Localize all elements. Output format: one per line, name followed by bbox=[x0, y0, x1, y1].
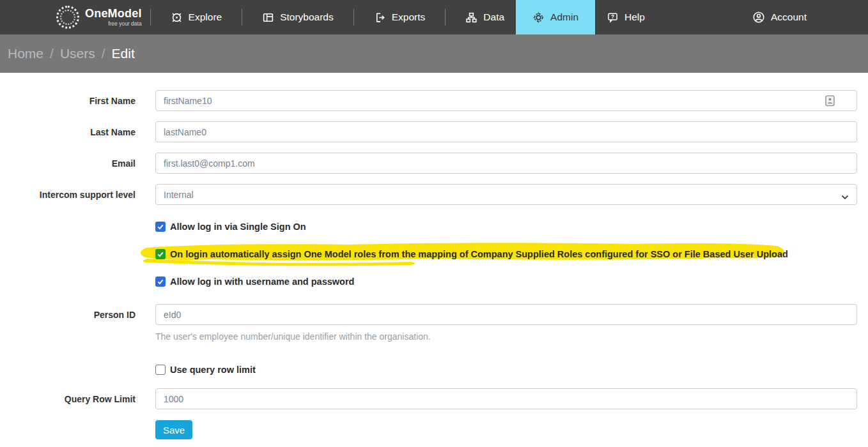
autofill-badge-icon[interactable] bbox=[825, 95, 835, 107]
use-query-row-limit-checkbox[interactable] bbox=[155, 365, 166, 375]
nav-item-label: Admin bbox=[550, 11, 578, 23]
nav-item-label: Exports bbox=[392, 11, 426, 23]
svg-text:?: ? bbox=[611, 13, 614, 19]
nav-item-label: Account bbox=[771, 11, 807, 23]
email-label: Email bbox=[0, 158, 136, 169]
nav-item-label: Help bbox=[624, 11, 645, 23]
nav-item-storyboards[interactable]: Storyboards bbox=[251, 0, 345, 34]
logo-title: OneModel bbox=[85, 8, 142, 19]
nav-separator bbox=[445, 9, 446, 26]
first-name-row: First Name bbox=[0, 90, 868, 111]
onemodel-logo[interactable]: OneModel free your data bbox=[56, 0, 142, 34]
breadcrumb: Home / Users / Edit bbox=[0, 34, 868, 73]
breadcrumb-separator: / bbox=[102, 46, 105, 61]
query-row-limit-field[interactable] bbox=[155, 388, 857, 409]
last-name-field[interactable] bbox=[155, 121, 857, 142]
first-name-field[interactable] bbox=[155, 90, 857, 111]
gear-icon bbox=[532, 11, 545, 24]
top-navbar: OneModel free your data Explore Storyboa… bbox=[0, 0, 868, 34]
person-id-row: Person ID bbox=[0, 304, 868, 325]
storyboards-icon bbox=[262, 11, 274, 24]
breadcrumb-home[interactable]: Home bbox=[8, 46, 43, 61]
nav-item-label: Data bbox=[483, 11, 504, 23]
person-id-help-text: The user's employee number/unique identi… bbox=[155, 331, 868, 342]
breadcrumb-separator: / bbox=[50, 46, 54, 61]
username-password-checkbox-row: Allow log in with username and password bbox=[155, 273, 868, 290]
first-name-label: First Name bbox=[0, 96, 136, 106]
nav-separator bbox=[242, 9, 242, 26]
email-field[interactable] bbox=[155, 153, 857, 174]
onemodel-logo-icon bbox=[56, 6, 79, 29]
chevron-down-icon bbox=[841, 192, 849, 202]
sso-checkbox[interactable] bbox=[155, 222, 166, 232]
last-name-row: Last Name bbox=[0, 121, 868, 142]
logo-tagline: free your data bbox=[85, 21, 142, 27]
query-row-limit-label: Query Row Limit bbox=[0, 394, 136, 404]
help-icon: ? bbox=[607, 11, 619, 24]
data-icon bbox=[465, 11, 477, 24]
person-id-field[interactable] bbox=[155, 304, 857, 325]
auto-assign-roles-checkbox[interactable] bbox=[155, 249, 166, 259]
use-query-row-limit-checkbox-label: Use query row limit bbox=[170, 365, 256, 375]
auto-assign-roles-checkbox-row: On login automatically assign One Model … bbox=[155, 245, 868, 262]
email-row: Email bbox=[0, 153, 868, 174]
last-name-label: Last Name bbox=[0, 127, 136, 137]
nav-separator bbox=[150, 9, 151, 26]
auto-assign-roles-checkbox-label: On login automatically assign One Model … bbox=[170, 249, 788, 259]
nav-item-admin[interactable]: Admin bbox=[516, 0, 595, 34]
nav-item-exports[interactable]: Exports bbox=[362, 0, 437, 34]
account-icon bbox=[752, 11, 765, 24]
nav-item-account[interactable]: Account bbox=[741, 0, 818, 34]
intercom-support-level-label: Intercom support level bbox=[0, 190, 136, 200]
nav-item-data[interactable]: Data bbox=[454, 0, 516, 34]
exports-icon bbox=[374, 11, 386, 24]
intercom-support-level-row: Intercom support level Internal bbox=[0, 184, 868, 205]
person-id-label: Person ID bbox=[0, 310, 136, 320]
save-button[interactable]: Save bbox=[155, 420, 192, 439]
nav-item-help[interactable]: ? Help bbox=[595, 0, 656, 34]
nav-item-label: Storyboards bbox=[280, 11, 334, 23]
username-password-checkbox[interactable] bbox=[155, 277, 166, 287]
explore-icon bbox=[171, 11, 183, 24]
user-edit-form: First Name Last Name Email Intercom supp… bbox=[0, 73, 868, 439]
query-row-limit-row: Query Row Limit bbox=[0, 388, 868, 409]
nav-item-explore[interactable]: Explore bbox=[159, 0, 234, 34]
use-query-row-limit-checkbox-row: Use query row limit bbox=[155, 361, 868, 378]
nav-item-label: Explore bbox=[189, 11, 222, 23]
selected-option: Internal bbox=[164, 190, 194, 200]
breadcrumb-users[interactable]: Users bbox=[60, 46, 95, 61]
breadcrumb-current-edit: Edit bbox=[112, 46, 135, 61]
sso-checkbox-label: Allow log in via Single Sign On bbox=[170, 222, 306, 232]
sso-checkbox-row: Allow log in via Single Sign On bbox=[155, 218, 868, 235]
username-password-checkbox-label: Allow log in with username and password bbox=[170, 277, 354, 287]
intercom-support-level-select[interactable]: Internal bbox=[155, 184, 857, 205]
nav-separator bbox=[353, 9, 354, 26]
